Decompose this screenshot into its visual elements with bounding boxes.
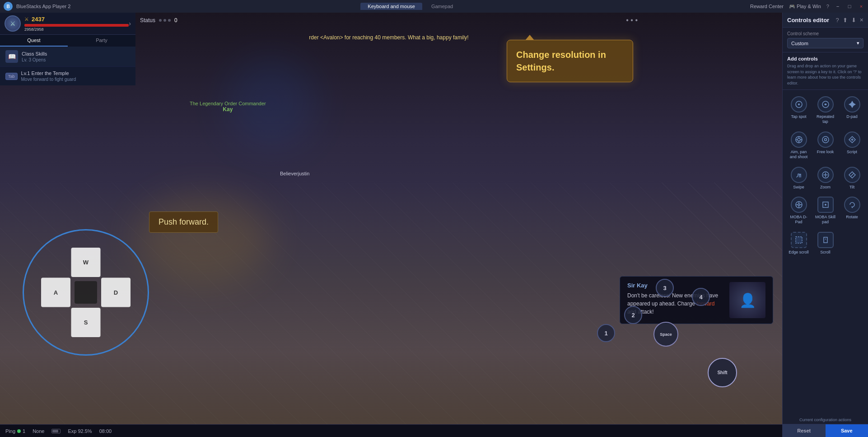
tab-keyboard-mouse[interactable]: Keyboard and mouse: [360, 3, 422, 10]
title-bar-right: Reward Center 🎮 Play & Win ? − □ ×: [750, 3, 864, 9]
control-d-pad[interactable]: D-pad: [840, 94, 864, 127]
player-gold: 2437: [32, 16, 45, 23]
status-value: 0: [174, 17, 177, 23]
dpad-up[interactable]: W: [71, 248, 101, 277]
moba-d-pad-label: MOBA D-Pad: [788, 215, 809, 225]
svg-point-9: [798, 138, 800, 141]
scroll-icon: [817, 232, 834, 248]
skill-btn-1[interactable]: 1: [597, 324, 615, 342]
control-script[interactable]: Script: [840, 129, 864, 162]
ping-label: Ping: [5, 428, 15, 434]
controls-footer: Reset Save: [783, 424, 868, 437]
control-rotate[interactable]: Rotate: [840, 194, 864, 227]
bluestacks-logo: B: [4, 2, 13, 11]
control-tilt[interactable]: Tilt: [840, 164, 864, 193]
player-info: ⚔ 2437 2958/2958: [24, 16, 129, 32]
title-bar: B BlueStacks App Player 2 Keyboard and m…: [0, 0, 868, 13]
control-repeated-tap[interactable]: Repeated tap: [813, 94, 838, 127]
aim-pan-shoot-label: Aim, pan and shoot: [788, 150, 809, 160]
control-moba-skill-pad[interactable]: MOBA Skill pad: [813, 194, 838, 227]
more-options-btn[interactable]: • • •: [626, 16, 638, 24]
controls-title: Controls editor: [787, 17, 829, 23]
control-edge-scroll[interactable]: Edge scroll: [786, 229, 811, 258]
quest-title: Class Skills: [22, 51, 47, 56]
swipe-label: Swipe: [793, 185, 804, 190]
svg-marker-3: [851, 101, 854, 103]
scheme-select[interactable]: Custom ▾: [787, 38, 863, 48]
save-button[interactable]: Save: [826, 424, 868, 437]
minimize-btn[interactable]: −: [835, 3, 841, 9]
tab-party[interactable]: Party: [68, 35, 135, 47]
control-aim-pan-shoot[interactable]: Aim, pan and shoot: [786, 129, 811, 162]
svg-point-31: [825, 204, 826, 206]
quest-icon-row: 📖 Class Skills Lv. 3 Opens: [5, 50, 130, 63]
quest-item: 📖 Class Skills Lv. 3 Opens: [0, 47, 135, 67]
dpad-right[interactable]: D: [101, 278, 131, 307]
add-controls-title: Add controls: [787, 56, 863, 61]
skill-btn-3[interactable]: 3: [656, 279, 674, 297]
npc-name-text: Kay: [190, 106, 266, 113]
svg-marker-6: [854, 103, 856, 106]
close-btn[interactable]: ×: [858, 3, 864, 9]
player-header: ⚔ ⚔ 2437 2958/2958 ›: [0, 13, 135, 35]
control-tap-spot[interactable]: Tap spot: [786, 94, 811, 127]
control-swipe[interactable]: Swipe: [786, 164, 811, 193]
tab-quest[interactable]: Quest: [0, 35, 68, 47]
zoom-label: Zoom: [820, 185, 831, 190]
repeated-tap-icon: [817, 96, 834, 113]
help-btn[interactable]: ?: [826, 4, 829, 9]
main-layout: rder <Avalon> for reaching 40 members. W…: [0, 13, 868, 437]
edge-scroll-icon: [791, 232, 807, 248]
title-tabs: Keyboard and mouse Gamepad: [360, 3, 460, 10]
dpad-circle: W S A D: [23, 229, 149, 356]
player-label: Believerjustin: [280, 171, 309, 176]
skill-shift-btn[interactable]: Shift: [708, 358, 737, 387]
svg-rect-7: [851, 103, 854, 106]
script-label: Script: [847, 150, 857, 155]
expand-btn[interactable]: ›: [129, 20, 131, 27]
free-look-label: Free look: [817, 150, 834, 155]
player-hp-text: 2958/2958: [24, 27, 129, 32]
scheme-label: Control scheme: [787, 31, 863, 36]
edge-scroll-label: Edge scroll: [789, 250, 809, 255]
status-dot-1: [159, 19, 162, 22]
quest-info: Class Skills Lv. 3 Opens: [22, 51, 47, 62]
player-hp-bar: [24, 24, 129, 27]
current-config-text: Current configuration actions: [783, 416, 868, 424]
dpad-left[interactable]: A: [41, 278, 70, 307]
skill-btn-4[interactable]: 4: [692, 288, 710, 306]
reward-center-btn[interactable]: Reward Center: [750, 4, 784, 9]
dpad-center: [75, 281, 97, 304]
play-win-btn[interactable]: 🎮 Play & Win: [789, 4, 821, 9]
reset-button[interactable]: Reset: [783, 424, 826, 437]
d-pad-label: D-pad: [846, 114, 858, 119]
player-avatar: ⚔: [5, 15, 21, 32]
aim-pan-shoot-icon: [791, 132, 807, 148]
control-moba-d-pad[interactable]: MOBA D-Pad: [786, 194, 811, 227]
zoom-icon: [817, 167, 834, 183]
bottom-bar: Ping 1 None Exp 92.5% 08:00: [0, 424, 782, 437]
control-free-look[interactable]: Free look: [813, 129, 838, 162]
rotate-label: Rotate: [846, 215, 858, 220]
svg-point-25: [798, 204, 800, 206]
title-bar-left: B BlueStacks App Player 2: [4, 2, 70, 11]
control-zoom[interactable]: Zoom: [813, 164, 838, 193]
controls-share-btn[interactable]: ⬆: [843, 17, 848, 23]
dpad-down[interactable]: S: [71, 308, 101, 337]
skill-btn-2[interactable]: 2: [624, 306, 642, 324]
quest-icon: 📖: [5, 50, 18, 63]
svg-marker-4: [851, 106, 854, 108]
control-scroll[interactable]: Scroll: [813, 229, 838, 258]
info-notice: Change resolution in Settings.: [507, 40, 633, 82]
controls-import-btn[interactable]: ⬇: [851, 17, 856, 23]
svg-point-1: [798, 103, 800, 105]
controls-help-btn[interactable]: ?: [836, 17, 839, 23]
tab-gamepad[interactable]: Gamepad: [424, 3, 460, 10]
npc-label: The Legendary Order Commander Kay: [190, 101, 266, 113]
quest-main-info: Lv.1 Enter the Temple Move forward to fi…: [21, 70, 76, 82]
controls-close-btn[interactable]: ×: [860, 16, 863, 23]
free-look-icon: [817, 132, 834, 148]
tap-spot-icon: [791, 96, 807, 113]
maximize-btn[interactable]: □: [846, 3, 853, 9]
skill-space-btn[interactable]: Space: [653, 322, 678, 347]
